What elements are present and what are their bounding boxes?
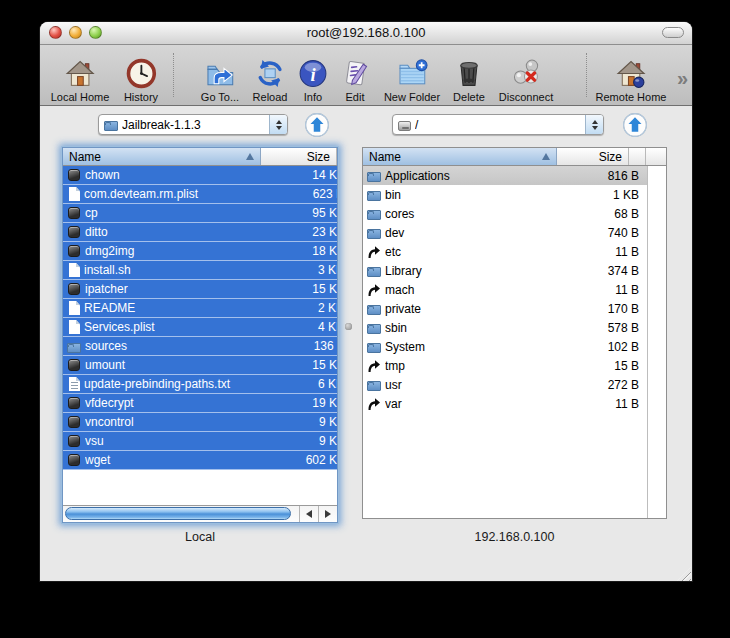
scrollbar-thumb[interactable] [65,507,291,520]
remote-path-dropdown[interactable]: / [392,114,604,135]
file-row-cp[interactable]: cp95 KB [63,204,337,223]
scroll-right-arrow-icon[interactable] [318,506,337,522]
file-row-ditto[interactable]: ditto23 KB [63,223,337,242]
file-row-bin[interactable]: bin1 KB [363,185,647,204]
file-name: etc [385,245,573,259]
remote-up-directory-button[interactable] [622,112,648,138]
file-row-com.devteam.rm.plist[interactable]: com.devteam.rm.plist623 B [63,185,337,204]
file-row-vncontrol[interactable]: vncontrol9 KB [63,413,337,432]
file-name: install.sh [84,263,260,277]
main-content: Jailbreak-1.1.3 Name Size chown14 KBcom.… [40,106,692,581]
toolbar-button-local-home[interactable]: Local Home [51,57,110,103]
spheres-x-icon [509,57,542,90]
file-row-sbin[interactable]: sbin578 B [363,318,647,337]
file-row-sources[interactable]: sources136 B [63,337,337,356]
local-horizontal-scrollbar[interactable] [63,505,337,522]
file-row-tmp[interactable]: tmp15 B [363,356,647,375]
toolbar-overflow-chevron[interactable]: » [677,67,686,90]
header-stub-cell [629,148,646,165]
toolbar-button-remote-home[interactable]: Remote Home [596,57,667,103]
file-row-var[interactable]: var11 B [363,394,647,413]
scrollbar-track[interactable] [63,506,299,522]
clock-icon [124,57,157,90]
toolbar-button-disconnect[interactable]: Disconnect [499,57,553,103]
folder-arrow-icon [203,57,236,90]
notepad-pencil-icon [339,57,372,90]
file-row-chown[interactable]: chown14 KB [63,166,337,185]
file-row-update-prebinding-paths.txt[interactable]: update-prebinding-paths.txt6 KB [63,375,337,394]
toolbar-button-delete[interactable]: Delete [453,57,486,103]
scroll-left-arrow-icon[interactable] [299,506,318,522]
file-row-README[interactable]: README2 KB [63,299,337,318]
file-row-System[interactable]: System102 B [363,337,647,356]
window-resize-grip[interactable] [677,567,691,581]
local-rows: chown14 KBcom.devteam.rm.plist623 Bcp95 … [63,166,337,505]
file-size: 18 KB [261,244,337,258]
file-row-usr[interactable]: usr272 B [363,375,647,394]
file-row-vsu[interactable]: vsu9 KB [63,432,337,451]
file-row-Applications[interactable]: Applications816 B [363,166,647,185]
file-row-vfdecrypt[interactable]: vfdecrypt19 KB [63,394,337,413]
file-name: dmg2img [85,244,261,258]
file-size: 23 KB [261,225,337,239]
toolbar-button-reload[interactable]: Reload [253,57,288,103]
folder-icon [367,305,381,315]
toolbar-button-edit[interactable]: Edit [339,57,372,103]
toolbar-separator [173,53,174,97]
file-name: wget [85,453,261,467]
remote-vertical-scrollbar-track[interactable] [647,166,666,518]
file-name: README [84,301,260,315]
file-name: cp [85,206,261,220]
remote-path-value: / [415,118,585,132]
local-column-header-size[interactable]: Size [261,148,337,165]
file-row-Library[interactable]: Library374 B [363,261,647,280]
pane-divider-grip[interactable] [345,323,352,330]
file-name: mach [385,283,573,297]
remote-column-header-size[interactable]: Size [557,148,629,165]
toolbar-separator [586,53,587,97]
toolbar-button-info[interactable]: i Info [297,57,330,103]
file-row-Services.plist[interactable]: Services.plist4 KB [63,318,337,337]
file-name: tmp [385,359,573,373]
file-name: ipatcher [85,282,261,296]
local-path-dropdown[interactable]: Jailbreak-1.1.3 [98,114,288,135]
file-size: 136 B [261,339,337,353]
title-bar[interactable]: root@192.168.0.100 [40,22,692,45]
toolbar: Local Home History Go To... Reload i Inf [40,45,692,106]
remote-pane-label: 192.168.0.100 [362,530,667,544]
file-size: 15 KB [261,282,337,296]
executable-icon [68,226,80,238]
local-column-header-name[interactable]: Name [63,148,261,165]
file-row-private[interactable]: private170 B [363,299,647,318]
toolbar-button-history[interactable]: History [124,57,158,103]
file-size: 68 B [573,207,647,221]
toolbar-button-go-to[interactable]: Go To... [201,57,239,103]
folder-icon [367,172,381,182]
file-row-dmg2img[interactable]: dmg2img18 KB [63,242,337,261]
remote-column-header-name[interactable]: Name [363,148,557,165]
toolbar-toggle-button[interactable] [662,27,684,38]
file-size: 374 B [573,264,647,278]
file-row-mach[interactable]: mach11 B [363,280,647,299]
remote-rows: Applications816 Bbin1 KBcores68 Bdev740 … [363,166,647,518]
file-size: 170 B [573,302,647,316]
document-icon [69,320,80,334]
file-name: Library [385,264,573,278]
toolbar-button-new-folder[interactable]: New Folder [384,57,440,103]
trash-icon [453,57,486,90]
local-list-header: Name Size [63,148,337,166]
window-title: root@192.168.0.100 [40,25,692,40]
file-row-umount[interactable]: umount15 KB [63,356,337,375]
file-row-ipatcher[interactable]: ipatcher15 KB [63,280,337,299]
executable-icon [68,245,80,257]
file-name: update-prebinding-paths.txt [84,377,260,391]
remote-list-header: Name Size [363,148,666,166]
file-size: 95 KB [261,206,337,220]
file-row-install.sh[interactable]: install.sh3 KB [63,261,337,280]
file-row-cores[interactable]: cores68 B [363,204,647,223]
local-pane-label: Local [62,530,338,544]
file-row-wget[interactable]: wget602 KB [63,451,337,470]
local-up-directory-button[interactable] [304,112,330,138]
file-row-etc[interactable]: etc11 B [363,242,647,261]
file-row-dev[interactable]: dev740 B [363,223,647,242]
